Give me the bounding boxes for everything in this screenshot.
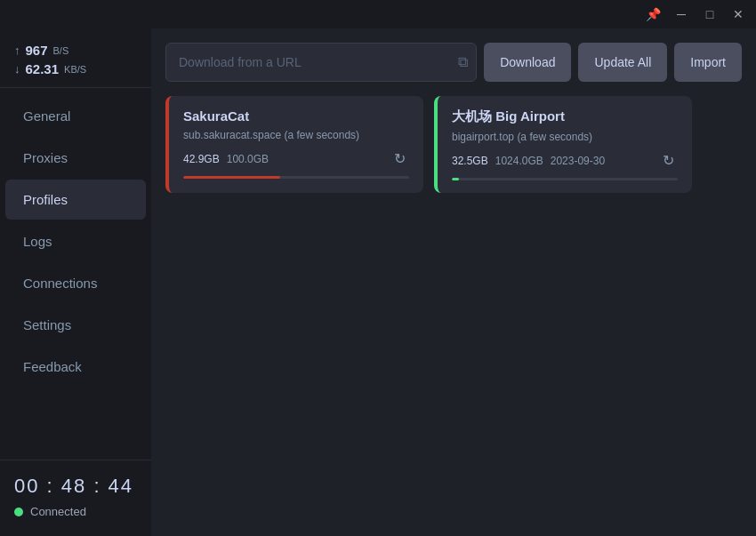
profile-progress-fill-bigairport bbox=[452, 178, 459, 180]
profile-card-sakuracat[interactable]: SakuraCat sub.sakuracat.space (a few sec… bbox=[165, 96, 423, 193]
minimize-button[interactable]: ─ bbox=[667, 0, 696, 28]
sidebar-item-proxies[interactable]: Proxies bbox=[5, 138, 146, 178]
main-content: ⧉ Download Update All Import SakuraCat s… bbox=[151, 28, 756, 536]
timer-display: 00 : 48 : 44 bbox=[14, 475, 137, 498]
connected-label: Connected bbox=[30, 505, 86, 518]
sidebar: ↑ 967 B/S ↓ 62.31 KB/S GeneralProxiesPro… bbox=[0, 28, 151, 536]
upload-stat: ↑ 967 B/S bbox=[14, 43, 137, 58]
import-button[interactable]: Import bbox=[674, 43, 742, 82]
profile-progress-bar-bigairport bbox=[452, 178, 678, 180]
download-stat: ↓ 62.31 KB/S bbox=[14, 61, 137, 76]
profile-stats-bigairport: 32.5GB 1024.0GB 2023-09-30 bbox=[452, 155, 605, 167]
profile-meta-bigairport: 32.5GB 1024.0GB 2023-09-30 ↻ bbox=[452, 150, 678, 171]
sidebar-item-settings[interactable]: Settings bbox=[5, 305, 146, 345]
profile-total-bigairport: 1024.0GB bbox=[495, 155, 543, 167]
sidebar-stats: ↑ 967 B/S ↓ 62.31 KB/S bbox=[0, 28, 151, 88]
copy-icon[interactable]: ⧉ bbox=[458, 54, 468, 70]
url-input[interactable] bbox=[165, 43, 477, 82]
sidebar-nav: GeneralProxiesProfilesLogsConnectionsSet… bbox=[0, 88, 151, 460]
url-row: ⧉ Download Update All Import bbox=[165, 43, 742, 82]
pin-button[interactable]: 📌 bbox=[639, 0, 667, 28]
url-input-wrapper: ⧉ bbox=[165, 43, 477, 82]
profile-date-bigairport: 2023-09-30 bbox=[551, 155, 605, 167]
sidebar-item-logs[interactable]: Logs bbox=[5, 221, 146, 261]
profile-card-bigairport[interactable]: 大机场 Big Airport bigairport.top (a few se… bbox=[434, 96, 692, 193]
profiles-grid: SakuraCat sub.sakuracat.space (a few sec… bbox=[165, 96, 742, 193]
connection-status: Connected bbox=[14, 505, 137, 518]
close-button[interactable]: ✕ bbox=[724, 0, 752, 28]
sidebar-item-profiles[interactable]: Profiles bbox=[5, 180, 146, 220]
profile-url-bigairport: bigairport.top (a few seconds) bbox=[452, 131, 678, 143]
profile-name-bigairport: 大机场 Big Airport bbox=[452, 108, 678, 125]
sidebar-item-feedback[interactable]: Feedback bbox=[5, 347, 146, 387]
maximize-button[interactable]: □ bbox=[696, 0, 724, 28]
download-speed-value: 62.31 bbox=[26, 61, 60, 76]
connected-dot-icon bbox=[14, 508, 23, 516]
download-speed-unit: KB/S bbox=[64, 64, 86, 75]
profile-progress-fill-sakuracat bbox=[183, 176, 280, 179]
profile-refresh-sakuracat[interactable]: ↻ bbox=[390, 148, 409, 169]
update-all-button[interactable]: Update All bbox=[578, 43, 667, 82]
upload-speed-unit: B/S bbox=[53, 45, 69, 56]
profile-used-bigairport: 32.5GB bbox=[452, 155, 488, 167]
profile-meta-sakuracat: 42.9GB 100.0GB ↻ bbox=[183, 148, 409, 169]
main-layout: ↑ 967 B/S ↓ 62.31 KB/S GeneralProxiesPro… bbox=[0, 28, 756, 536]
download-arrow-icon: ↓ bbox=[14, 62, 20, 76]
profile-url-sakuracat: sub.sakuracat.space (a few seconds) bbox=[183, 129, 409, 141]
sidebar-item-connections[interactable]: Connections bbox=[5, 263, 146, 303]
profile-total-sakuracat: 100.0GB bbox=[227, 153, 269, 165]
profile-stats-sakuracat: 42.9GB 100.0GB bbox=[183, 153, 269, 165]
profile-refresh-bigairport[interactable]: ↻ bbox=[659, 150, 678, 171]
upload-speed-value: 967 bbox=[26, 43, 48, 58]
profile-progress-bar-sakuracat bbox=[183, 176, 409, 179]
sidebar-item-general[interactable]: General bbox=[5, 96, 146, 136]
titlebar: 📌 ─ □ ✕ bbox=[0, 0, 756, 28]
profile-name-sakuracat: SakuraCat bbox=[183, 108, 409, 124]
profile-used-sakuracat: 42.9GB bbox=[183, 153, 220, 165]
sidebar-bottom: 00 : 48 : 44 Connected bbox=[0, 460, 151, 536]
download-button[interactable]: Download bbox=[484, 43, 571, 82]
upload-arrow-icon: ↑ bbox=[14, 44, 20, 57]
